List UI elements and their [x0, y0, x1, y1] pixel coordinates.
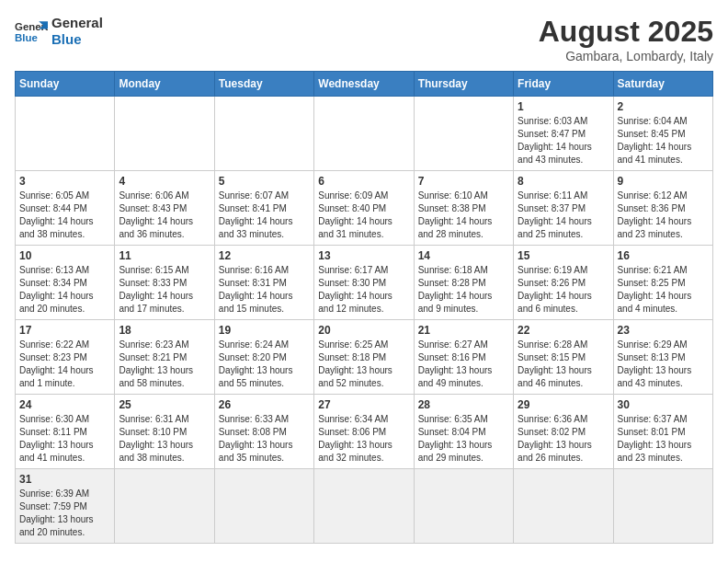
calendar-cell	[115, 97, 214, 171]
calendar-cell	[314, 97, 414, 171]
calendar-header-row: SundayMondayTuesdayWednesdayThursdayFrid…	[16, 72, 713, 97]
day-number: 2	[618, 100, 709, 113]
calendar-week-4: 17Sunrise: 6:22 AM Sunset: 8:23 PM Dayli…	[16, 320, 713, 395]
header: General Blue General Blue August 2025 Ga…	[15, 15, 713, 63]
day-info: Sunrise: 6:18 AM Sunset: 8:28 PM Dayligh…	[418, 264, 509, 316]
day-number: 14	[418, 249, 509, 262]
day-info: Sunrise: 6:11 AM Sunset: 8:37 PM Dayligh…	[518, 190, 609, 241]
calendar-cell: 8Sunrise: 6:11 AM Sunset: 8:37 PM Daylig…	[514, 171, 613, 246]
day-info: Sunrise: 6:27 AM Sunset: 8:16 PM Dayligh…	[418, 339, 509, 390]
calendar-week-5: 24Sunrise: 6:30 AM Sunset: 8:11 PM Dayli…	[16, 395, 713, 469]
calendar-cell	[214, 469, 313, 544]
calendar-cell: 5Sunrise: 6:07 AM Sunset: 8:41 PM Daylig…	[214, 171, 313, 246]
day-info: Sunrise: 6:24 AM Sunset: 8:20 PM Dayligh…	[219, 339, 310, 390]
day-info: Sunrise: 6:03 AM Sunset: 8:47 PM Dayligh…	[518, 115, 609, 167]
calendar-cell: 3Sunrise: 6:05 AM Sunset: 8:44 PM Daylig…	[16, 171, 115, 246]
calendar-cell: 1Sunrise: 6:03 AM Sunset: 8:47 PM Daylig…	[514, 97, 613, 171]
calendar-week-3: 10Sunrise: 6:13 AM Sunset: 8:34 PM Dayli…	[16, 246, 713, 320]
day-number: 17	[19, 324, 110, 337]
day-info: Sunrise: 6:13 AM Sunset: 8:34 PM Dayligh…	[19, 264, 110, 316]
day-info: Sunrise: 6:15 AM Sunset: 8:33 PM Dayligh…	[119, 264, 210, 316]
calendar: SundayMondayTuesdayWednesdayThursdayFrid…	[15, 71, 713, 544]
day-number: 30	[618, 398, 709, 411]
column-header-wednesday: Wednesday	[314, 72, 414, 97]
day-number: 15	[518, 249, 609, 262]
day-info: Sunrise: 6:29 AM Sunset: 8:13 PM Dayligh…	[618, 339, 709, 390]
calendar-cell: 19Sunrise: 6:24 AM Sunset: 8:20 PM Dayli…	[214, 320, 313, 395]
calendar-cell: 4Sunrise: 6:06 AM Sunset: 8:43 PM Daylig…	[115, 171, 214, 246]
calendar-cell	[414, 97, 513, 171]
column-header-sunday: Sunday	[16, 72, 115, 97]
calendar-cell: 20Sunrise: 6:25 AM Sunset: 8:18 PM Dayli…	[314, 320, 414, 395]
calendar-cell: 24Sunrise: 6:30 AM Sunset: 8:11 PM Dayli…	[16, 395, 115, 469]
day-info: Sunrise: 6:23 AM Sunset: 8:21 PM Dayligh…	[119, 339, 210, 390]
subtitle: Gambara, Lombardy, Italy	[539, 49, 713, 63]
day-number: 28	[418, 398, 509, 411]
calendar-cell: 9Sunrise: 6:12 AM Sunset: 8:36 PM Daylig…	[613, 171, 712, 246]
day-info: Sunrise: 6:30 AM Sunset: 8:11 PM Dayligh…	[19, 413, 110, 465]
day-number: 31	[19, 473, 110, 486]
calendar-week-1: 1Sunrise: 6:03 AM Sunset: 8:47 PM Daylig…	[16, 97, 713, 171]
calendar-cell	[214, 97, 313, 171]
day-number: 19	[219, 324, 310, 337]
day-number: 18	[119, 324, 210, 337]
calendar-cell: 31Sunrise: 6:39 AM Sunset: 7:59 PM Dayli…	[16, 469, 115, 544]
day-info: Sunrise: 6:28 AM Sunset: 8:15 PM Dayligh…	[518, 339, 609, 390]
calendar-cell	[115, 469, 214, 544]
day-number: 23	[618, 324, 709, 337]
month-title: August 2025	[539, 15, 713, 49]
title-block: August 2025 Gambara, Lombardy, Italy	[539, 15, 713, 63]
calendar-cell: 30Sunrise: 6:37 AM Sunset: 8:01 PM Dayli…	[613, 395, 712, 469]
day-info: Sunrise: 6:31 AM Sunset: 8:10 PM Dayligh…	[119, 413, 210, 465]
calendar-cell	[314, 469, 414, 544]
svg-text:Blue: Blue	[15, 32, 38, 43]
day-number: 21	[418, 324, 509, 337]
day-number: 3	[19, 175, 110, 188]
day-info: Sunrise: 6:35 AM Sunset: 8:04 PM Dayligh…	[418, 413, 509, 465]
day-number: 7	[418, 175, 509, 188]
day-number: 9	[618, 175, 709, 188]
column-header-monday: Monday	[115, 72, 214, 97]
calendar-week-2: 3Sunrise: 6:05 AM Sunset: 8:44 PM Daylig…	[16, 171, 713, 246]
calendar-cell: 2Sunrise: 6:04 AM Sunset: 8:45 PM Daylig…	[613, 97, 712, 171]
calendar-cell	[613, 469, 712, 544]
calendar-week-6: 31Sunrise: 6:39 AM Sunset: 7:59 PM Dayli…	[16, 469, 713, 544]
day-info: Sunrise: 6:39 AM Sunset: 7:59 PM Dayligh…	[19, 488, 110, 539]
day-info: Sunrise: 6:34 AM Sunset: 8:06 PM Dayligh…	[318, 413, 409, 465]
day-number: 4	[119, 175, 210, 188]
day-info: Sunrise: 6:37 AM Sunset: 8:01 PM Dayligh…	[618, 413, 709, 465]
day-number: 27	[318, 398, 409, 411]
day-info: Sunrise: 6:10 AM Sunset: 8:38 PM Dayligh…	[418, 190, 509, 241]
day-info: Sunrise: 6:16 AM Sunset: 8:31 PM Dayligh…	[219, 264, 310, 316]
calendar-cell: 7Sunrise: 6:10 AM Sunset: 8:38 PM Daylig…	[414, 171, 513, 246]
day-info: Sunrise: 6:33 AM Sunset: 8:08 PM Dayligh…	[219, 413, 310, 465]
day-number: 29	[518, 398, 609, 411]
calendar-cell: 12Sunrise: 6:16 AM Sunset: 8:31 PM Dayli…	[214, 246, 313, 320]
day-number: 24	[19, 398, 110, 411]
day-number: 25	[119, 398, 210, 411]
calendar-cell: 28Sunrise: 6:35 AM Sunset: 8:04 PM Dayli…	[414, 395, 513, 469]
calendar-cell: 21Sunrise: 6:27 AM Sunset: 8:16 PM Dayli…	[414, 320, 513, 395]
day-number: 11	[119, 249, 210, 262]
day-info: Sunrise: 6:17 AM Sunset: 8:30 PM Dayligh…	[318, 264, 409, 316]
logo-general: General	[51, 15, 103, 31]
calendar-cell: 22Sunrise: 6:28 AM Sunset: 8:15 PM Dayli…	[514, 320, 613, 395]
column-header-tuesday: Tuesday	[214, 72, 313, 97]
logo: General Blue General Blue	[15, 15, 103, 48]
column-header-friday: Friday	[514, 72, 613, 97]
logo-blue: Blue	[51, 31, 103, 48]
day-info: Sunrise: 6:09 AM Sunset: 8:40 PM Dayligh…	[318, 190, 409, 241]
day-info: Sunrise: 6:21 AM Sunset: 8:25 PM Dayligh…	[618, 264, 709, 316]
day-info: Sunrise: 6:05 AM Sunset: 8:44 PM Dayligh…	[19, 190, 110, 241]
calendar-cell: 27Sunrise: 6:34 AM Sunset: 8:06 PM Dayli…	[314, 395, 414, 469]
day-number: 26	[219, 398, 310, 411]
day-info: Sunrise: 6:04 AM Sunset: 8:45 PM Dayligh…	[618, 115, 709, 167]
calendar-cell: 11Sunrise: 6:15 AM Sunset: 8:33 PM Dayli…	[115, 246, 214, 320]
calendar-cell: 6Sunrise: 6:09 AM Sunset: 8:40 PM Daylig…	[314, 171, 414, 246]
calendar-cell	[414, 469, 513, 544]
column-header-thursday: Thursday	[414, 72, 513, 97]
calendar-cell	[16, 97, 115, 171]
calendar-cell: 15Sunrise: 6:19 AM Sunset: 8:26 PM Dayli…	[514, 246, 613, 320]
day-number: 16	[618, 249, 709, 262]
day-number: 20	[318, 324, 409, 337]
